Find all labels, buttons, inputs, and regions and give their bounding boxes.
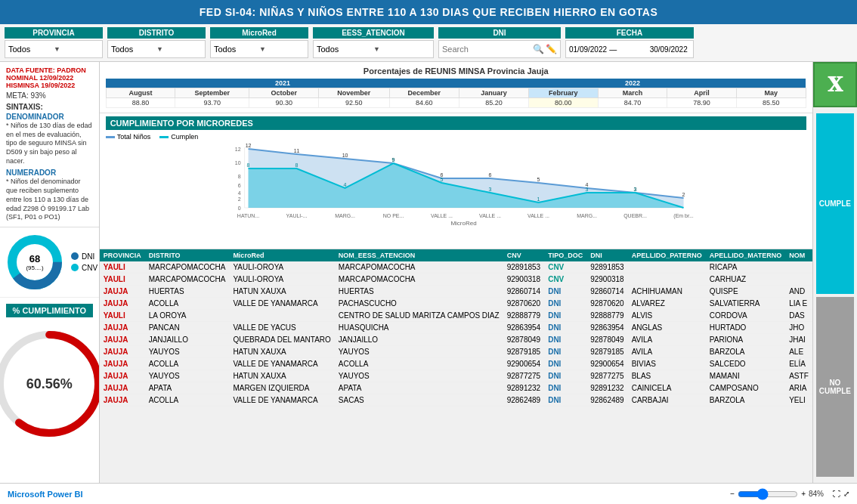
distrito-select[interactable]: Todos ▼ <box>107 40 206 58</box>
fullscreen-icon[interactable]: ⤢ <box>843 490 849 498</box>
dni-filter: DNI 🔍 ✏️ <box>438 27 561 58</box>
col-dni: DNI <box>586 249 628 261</box>
dni-dot-icon <box>71 252 79 260</box>
val-mar: 84.70 <box>598 98 667 108</box>
col-cnv: CNV <box>503 249 545 261</box>
porcentajes-table: 2021 2022 August September October Novem… <box>106 79 806 108</box>
dni-legend-label: DNI <box>82 252 94 261</box>
zoom-percent: 84% <box>809 490 824 498</box>
month-aug: August <box>106 88 175 98</box>
filter-row: PROVINCIA Todos ▼ DISTRITO Todos ▼ Micro… <box>0 24 857 62</box>
svg-text:8: 8 <box>237 174 240 179</box>
data-table-wrapper[interactable]: PROVINCIA DISTRITO MicroRed NOM_EESS_ATE… <box>100 249 812 483</box>
total-legend: Total Niños <box>106 133 151 141</box>
donut-legend: DNI CNV <box>71 252 97 272</box>
svg-text:8: 8 <box>246 162 249 168</box>
svg-text:MicroRed: MicroRed <box>450 220 476 227</box>
donut-sub: (95....) <box>26 264 43 271</box>
svg-text:VALLE ...: VALLE ... <box>431 213 453 218</box>
no-cumple-button[interactable]: NO CUMPLE <box>816 297 854 478</box>
donut-chart: 68 (95....) <box>5 232 65 292</box>
table-row: YAULIMARCAPOMACOCHAYAULI-OROYAMARCAPOMAC… <box>100 274 812 286</box>
provincia-label: PROVINCIA <box>5 27 103 39</box>
cumplimiento-section: % CUMPLIMIENTO 60.56% <box>0 298 99 483</box>
donut-count: 68 <box>26 253 43 264</box>
excel-button[interactable]: 𝐗 <box>813 62 857 107</box>
provincia-select[interactable]: Todos ▼ <box>5 40 103 58</box>
year-2022-header: 2022 <box>459 79 806 88</box>
fecha-to: 30/09/2022 <box>650 45 690 54</box>
table-row: YAULILA OROYACENTRO DE SALUD MARITZA CAM… <box>100 310 812 322</box>
search-icon[interactable]: 🔍 <box>533 44 544 54</box>
eess-filter: EESS_ATENCION Todos ▼ <box>313 27 434 58</box>
numerador-label: NUMERADOR <box>6 169 93 177</box>
line-chart-svg: 12 10 8 6 4 2 0 <box>106 144 806 227</box>
zoom-plus-icon[interactable]: + <box>801 490 806 498</box>
clear-icon[interactable]: ✏️ <box>546 44 557 54</box>
stats-row: 68 (95....) DNI CNV <box>0 227 99 298</box>
gauge-value: 60.56% <box>26 376 73 391</box>
data-source-text: DATA FUENTE: PADRON NOMINAL 12/09/2022 H… <box>6 66 93 89</box>
svg-text:3: 3 <box>633 187 636 192</box>
porcentajes-section: Porcentajes de REUNIS MINSA Provincia Ja… <box>100 62 812 113</box>
val-feb: 80.00 <box>528 98 598 108</box>
microred-label: MicroRed <box>210 27 308 39</box>
svg-text:12: 12 <box>234 147 240 152</box>
middle-content: DATA FUENTE: PADRON NOMINAL 12/09/2022 H… <box>0 62 857 483</box>
microred-filter: MicroRed Todos ▼ <box>210 27 308 58</box>
svg-text:YAULI-...: YAULI-... <box>286 213 307 218</box>
fecha-from: 01/09/2022 <box>569 45 609 54</box>
val-jan: 85.20 <box>459 98 529 108</box>
fecha-range[interactable]: 01/09/2022 — 30/09/2022 <box>565 40 694 58</box>
zoom-slider[interactable] <box>738 488 798 500</box>
cumple-button[interactable]: CUMPLE <box>816 113 854 294</box>
col-provincia: PROVINCIA <box>100 249 145 261</box>
side-buttons: 𝐗 CUMPLE NO CUMPLE <box>812 62 857 483</box>
val-dec: 84.60 <box>389 98 459 108</box>
powerbi-link[interactable]: Microsoft Power BI <box>8 490 83 499</box>
svg-text:10: 10 <box>234 160 240 165</box>
svg-text:(Em br...: (Em br... <box>673 213 694 219</box>
month-may: May <box>736 88 806 98</box>
total-color-icon <box>106 136 115 138</box>
zoom-minus-icon[interactable]: − <box>730 490 735 498</box>
month-sep: September <box>175 88 249 98</box>
distrito-filter: DISTRITO Todos ▼ <box>107 27 206 58</box>
search-input[interactable] <box>442 45 533 54</box>
svg-text:QUEBR...: QUEBR... <box>623 213 647 219</box>
col-tipo-doc: TIPO_DOC <box>544 249 586 261</box>
eess-arrow-icon: ▼ <box>373 45 430 53</box>
microred-select[interactable]: Todos ▼ <box>210 40 308 58</box>
table-row: JAUJAACOLLAVALLE DE YANAMARCAACOLLA92900… <box>100 358 812 370</box>
svg-text:8: 8 <box>295 162 298 168</box>
sintaxis-label: SINTAXIS: <box>6 103 93 111</box>
col-distrito: DISTRITO <box>145 249 230 261</box>
table-row: JAUJAACOLLAVALLE DE YANAMARCAPACHASCUCHO… <box>100 298 812 310</box>
dni-search-box[interactable]: 🔍 ✏️ <box>438 40 561 58</box>
fecha-label: FECHA <box>565 27 694 39</box>
dni-legend-item: DNI <box>71 252 97 261</box>
fit-icon[interactable]: ⛶ <box>833 490 840 498</box>
val-aug: 88.80 <box>106 98 175 108</box>
eess-label: EESS_ATENCION <box>313 27 434 39</box>
eess-select[interactable]: Todos ▼ <box>313 40 434 58</box>
month-nov: November <box>319 88 390 98</box>
line-chart-title: CUMPLIMIENTO POR MICROREDES <box>106 116 806 130</box>
cumple-chart-legend: Cumplen <box>159 133 198 141</box>
microred-arrow-icon: ▼ <box>259 45 305 53</box>
fecha-filter: FECHA 01/09/2022 — 30/09/2022 <box>565 27 694 58</box>
svg-text:4: 4 <box>343 182 346 187</box>
svg-text:5: 5 <box>537 177 540 182</box>
table-row: JAUJAPANCANVALLE DE YACUSHUASQUICHA92863… <box>100 322 812 334</box>
data-source-section: DATA FUENTE: PADRON NOMINAL 12/09/2022 H… <box>0 62 99 227</box>
col-apellido-paterno: APELLIDO_PATERNO <box>628 249 706 261</box>
svg-text:4: 4 <box>237 190 240 196</box>
distrito-value: Todos <box>111 45 156 54</box>
left-panel: DATA FUENTE: PADRON NOMINAL 12/09/2022 H… <box>0 62 100 483</box>
svg-text:10: 10 <box>342 153 348 158</box>
excel-icon: 𝐗 <box>828 73 843 97</box>
no-cumple-btn-label: NO CUMPLE <box>819 379 851 395</box>
svg-text:5: 5 <box>440 177 443 182</box>
table-row: JAUJAHUERTASHATUN XAUXAHUERTAS92860714DN… <box>100 286 812 298</box>
val-may: 85.50 <box>736 98 806 108</box>
